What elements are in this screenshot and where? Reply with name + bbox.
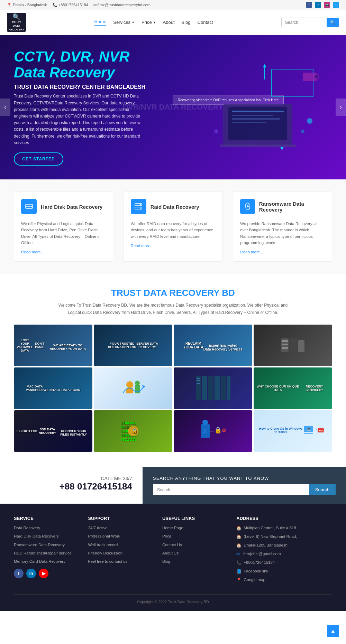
svg-text:🔒: 🔒 xyxy=(131,428,138,434)
instagram-icon[interactable]: 📷 xyxy=(324,2,330,8)
svg-text:⚙: ⚙ xyxy=(222,428,226,433)
logo[interactable]: 🔍 TRUST DATA RECOVERY xyxy=(7,13,26,32)
footer-addr-map[interactable]: 📍 Google map xyxy=(236,577,332,583)
service-title-harddisk: Hard Disk Data Recovery xyxy=(41,204,102,210)
footer-link-about[interactable]: About Us xyxy=(162,550,226,556)
service-desc-ransomware: We provide Ransomware Data Recovery all … xyxy=(240,221,325,246)
footer-link-memory[interactable]: Memory Card Data Recovery xyxy=(14,559,78,564)
footer: SERVICE Data Recovery Hard Disk Data Rec… xyxy=(0,504,346,611)
gallery-label-6 xyxy=(94,367,172,409)
gallery-item-4[interactable] xyxy=(254,325,332,366)
nav-services[interactable]: Services ▼ xyxy=(113,20,135,25)
nav-price[interactable]: Price ▼ xyxy=(142,20,156,25)
svg-rect-27 xyxy=(290,338,297,352)
svg-rect-39 xyxy=(208,376,213,400)
chevron-down-icon: ▼ xyxy=(131,21,135,24)
logo-box: 🔍 TRUST DATA RECOVERY xyxy=(7,13,26,32)
topbar-left: 📍 Dhaka - Bangladesh 📞 +8801726415184 ✉ … xyxy=(7,3,151,7)
footer-link-hdd-repair[interactable]: HDD Refurbished/Repair service xyxy=(14,550,78,556)
linkedin-icon[interactable]: in xyxy=(315,2,321,8)
gallery-label-9: EFFORTLESSSSD DATA RECOVERYRECOVER YOUR … xyxy=(14,410,92,452)
home-icon-2: 🏠 xyxy=(236,534,242,540)
nav-home[interactable]: Home xyxy=(94,19,107,26)
gallery-item-2[interactable]: YOUR TRUSTEDDESTINATION FORSERVER DATARE… xyxy=(94,325,172,366)
nav-about[interactable]: About xyxy=(163,20,175,25)
read-more-harddisk[interactable]: Read more... xyxy=(21,250,44,254)
hero-content: CCTV, DVR, NVR Data Recovery TRUST DATA … xyxy=(0,35,346,179)
svg-rect-42 xyxy=(227,376,230,400)
footer-link-friendly[interactable]: Friendly Discussion xyxy=(88,550,152,556)
gallery-item-3[interactable]: RECLAIMYOUR DATAExpert EncryptedData Rec… xyxy=(174,325,252,366)
svg-text:101010011: 101010011 xyxy=(121,422,136,425)
facebook-icon[interactable]: f xyxy=(306,2,312,8)
service-title-raid: Raid Data Recovery xyxy=(151,204,199,210)
hero-next-button[interactable]: › xyxy=(336,99,346,116)
gallery-label-5: MAC DATAVANISHED?WE INTACT DATA AGAIN xyxy=(14,367,92,409)
nav-blog[interactable]: Blog xyxy=(182,20,191,25)
svg-rect-28 xyxy=(298,340,304,352)
footer-youtube-icon[interactable]: ▶ xyxy=(39,569,48,578)
footer-link-contact[interactable]: Feel free to contact us xyxy=(88,559,152,564)
footer-useful-col: USEFUL LINKS Home Page Price Contact Us … xyxy=(162,516,226,586)
header: 🔍 TRUST DATA RECOVERY Home Services ▼ Pr… xyxy=(0,10,346,35)
footer-service-title: SERVICE xyxy=(14,516,78,521)
gallery-item-11[interactable]: 👤 🔒 ⚙ xyxy=(174,410,252,452)
footer-linkedin-icon[interactable]: in xyxy=(26,569,36,578)
services-grid: Hard Disk Data Recovery We offer Physica… xyxy=(14,192,332,262)
footer-link-data-recovery[interactable]: Data Recovery xyxy=(14,525,78,531)
footer-link-247[interactable]: 24/7 Active xyxy=(88,525,152,531)
hero-cta-button[interactable]: GET STARTED xyxy=(14,152,63,166)
footer-addr-2: 🏠 (Level-8) New Elephant Road, xyxy=(236,534,332,540)
footer-link-blog[interactable]: Blog xyxy=(162,559,226,564)
gallery-label-8: WHY CHOOSE OUR UNIQUE DATARECOVERY SERVI… xyxy=(254,367,332,409)
topbar-email: ✉ firoz@trustdatarecoverybd.com xyxy=(93,3,151,7)
service-card-top: Hard Disk Data Recovery xyxy=(21,199,106,218)
gallery-item-10[interactable]: 101010011 010101101 110010010 101010011 … xyxy=(94,410,172,452)
topbar-social: f in 📷 t xyxy=(306,2,339,8)
svg-text:🔒: 🔒 xyxy=(214,426,222,434)
gallery-item-8[interactable]: WHY CHOOSE OUR UNIQUE DATARECOVERY SERVI… xyxy=(254,367,332,409)
svg-rect-40 xyxy=(215,376,220,400)
svg-text:HDD: HDD xyxy=(319,429,324,432)
service-card-harddisk: Hard Disk Data Recovery We offer Physica… xyxy=(14,192,113,262)
cta-right: SEARCH ANYTHING THAT YOU WANT TO KNOW Se… xyxy=(143,467,346,504)
hero-prev-button[interactable]: ‹ xyxy=(0,99,10,116)
svg-text:👤: 👤 xyxy=(202,428,208,433)
gallery-label-10: 101010011 010101101 110010010 101010011 … xyxy=(94,410,172,452)
footer-facebook-icon[interactable]: f xyxy=(14,569,24,578)
search-button[interactable]: 🔍 xyxy=(327,18,339,27)
facebook-link-icon: 📘 xyxy=(236,568,242,575)
footer-link-price[interactable]: Price xyxy=(162,533,226,539)
footer-link-ransomware[interactable]: Ransomware Data Recovery xyxy=(14,542,78,548)
cta-search-input[interactable] xyxy=(153,484,309,495)
services-section: Hard Disk Data Recovery We offer Physica… xyxy=(0,179,346,274)
search-input[interactable] xyxy=(282,18,327,27)
home-icon-3: 🏠 xyxy=(236,542,242,549)
footer-addr-email: ✉ ferojebitt@gmail.com xyxy=(236,551,332,557)
footer-addr-facebook[interactable]: 📘 Facebook link xyxy=(236,568,332,575)
footer-support-col: SUPPORT 24/7 Active Professional Work We… xyxy=(88,516,152,586)
read-more-ransomware[interactable]: Read more... xyxy=(240,250,263,254)
gallery-item-6[interactable] xyxy=(94,367,172,409)
gallery-item-7[interactable] xyxy=(174,367,252,409)
gallery-item-5[interactable]: MAC DATAVANISHED?WE INTACT DATA AGAIN xyxy=(14,367,92,409)
svg-rect-43 xyxy=(197,378,200,379)
main-nav: Home Services ▼ Price ▼ About Blog Conta… xyxy=(94,19,213,26)
gallery-label-1: LOST YOURVALUAVLE DATADON'T PANICWE ARE … xyxy=(14,325,92,366)
cta-search-button[interactable]: Search xyxy=(309,484,336,495)
footer-link-contact-us[interactable]: Contact Us xyxy=(162,542,226,548)
svg-rect-38 xyxy=(202,376,207,400)
gallery-item-1[interactable]: LOST YOURVALUAVLE DATADON'T PANICWE ARE … xyxy=(14,325,92,366)
twitter-icon[interactable]: t xyxy=(333,2,339,8)
gallery-item-9[interactable]: EFFORTLESSSSD DATA RECOVERYRECOVER YOUR … xyxy=(14,410,92,452)
footer-link-professional[interactable]: Professional Work xyxy=(88,533,152,539)
footer-link-home[interactable]: Home Page xyxy=(162,525,226,531)
footer-link-track[interactable]: Well track record xyxy=(88,542,152,548)
read-more-raid[interactable]: Read more... xyxy=(131,244,154,248)
gallery-row-2: MAC DATAVANISHED?WE INTACT DATA AGAIN xyxy=(14,367,332,409)
footer-link-hdd[interactable]: Hard Disk Data Recovery xyxy=(14,533,78,539)
footer-useful-title: USEFUL LINKS xyxy=(162,516,226,521)
service-card-top-raid: Raid Data Recovery xyxy=(131,199,216,218)
nav-contact[interactable]: Contact xyxy=(198,20,213,25)
gallery-item-12[interactable]: How to Clone OS in Windows11/10/8/7 💻 → … xyxy=(254,410,332,452)
